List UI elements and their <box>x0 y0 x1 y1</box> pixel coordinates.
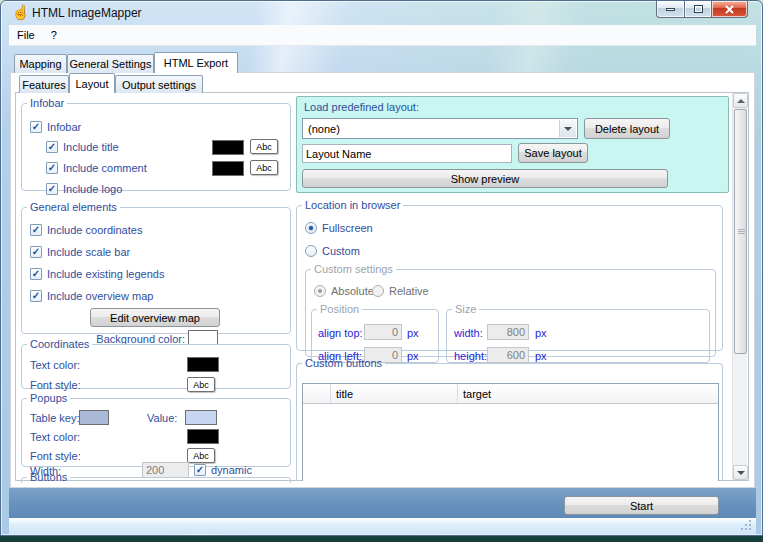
menu-help[interactable]: ? <box>43 25 65 46</box>
include-existing-legends-checkbox[interactable]: ✓ Include existing legends <box>30 268 164 280</box>
custom-buttons-table: title target <box>302 383 719 481</box>
check-icon: ✓ <box>46 162 58 174</box>
general-elements-group-title: General elements <box>27 201 120 213</box>
fullscreen-radio[interactable]: Fullscreen <box>305 222 373 234</box>
absolute-radio-label: Absolute <box>331 285 374 297</box>
scroll-down-button[interactable] <box>733 465 748 480</box>
value-color-swatch[interactable] <box>185 410 217 425</box>
window-title: HTML ImageMapper <box>32 6 142 20</box>
popups-font-button[interactable]: Abc <box>187 448 215 463</box>
coordinates-font-style-label: Font style: <box>30 379 81 391</box>
tab-general-settings-label: General Settings <box>70 58 152 70</box>
row-selector-column-header[interactable] <box>303 384 331 403</box>
fullscreen-radio-label: Fullscreen <box>322 222 373 234</box>
custom-radio[interactable]: Custom <box>305 245 360 257</box>
tab-mapping[interactable]: Mapping <box>14 54 67 73</box>
infobar-checkbox[interactable]: ✓ Infobar <box>30 121 81 133</box>
tab-layout[interactable]: Layout <box>69 73 115 93</box>
save-layout-button-label: Save layout <box>524 147 581 159</box>
layout-select-value: (none) <box>308 123 340 135</box>
include-scale-bar-checkbox[interactable]: ✓ Include scale bar <box>30 246 130 258</box>
title-color-swatch[interactable] <box>212 140 244 155</box>
title-column-header-label: title <box>336 388 353 400</box>
title-column-header[interactable]: title <box>331 384 458 403</box>
edit-overview-map-button[interactable]: Edit overview map <box>90 308 220 327</box>
layout-name-input[interactable]: Layout Name <box>302 144 512 163</box>
comment-color-swatch[interactable] <box>212 161 244 176</box>
check-icon: ✓ <box>30 246 42 258</box>
tab-layout-label: Layout <box>75 78 108 90</box>
title-font-button-label: Abc <box>256 142 272 152</box>
popups-group-title: Popups <box>27 392 70 404</box>
minimize-button[interactable] <box>656 1 685 18</box>
include-coordinates-checkbox[interactable]: ✓ Include coordinates <box>30 224 142 236</box>
location-in-browser-group-title: Location in browser <box>302 199 403 211</box>
align-top-unit-label: px <box>407 327 419 339</box>
scrollbar-thumb[interactable] <box>734 109 747 354</box>
menu-file[interactable]: File <box>9 25 43 46</box>
value-label: Value: <box>147 412 177 424</box>
show-preview-button-label: Show preview <box>451 173 519 185</box>
align-top-input[interactable]: 0 <box>364 324 402 340</box>
vertical-scrollbar[interactable] <box>732 93 747 480</box>
tab-general-settings[interactable]: General Settings <box>67 54 154 73</box>
delete-layout-button[interactable]: Delete layout <box>584 118 670 139</box>
start-button[interactable]: Start <box>564 496 719 515</box>
position-group-title: Position <box>317 303 362 315</box>
arrow-down-icon <box>737 471 745 475</box>
close-icon <box>725 5 734 14</box>
width-label: width: <box>454 327 483 339</box>
layout-select[interactable]: (none) <box>302 118 578 139</box>
maximize-icon <box>694 5 703 13</box>
edit-overview-map-button-label: Edit overview map <box>110 312 200 324</box>
save-layout-button[interactable]: Save layout <box>518 143 588 163</box>
target-column-header[interactable]: target <box>458 384 718 403</box>
coordinates-text-color-label: Text color: <box>30 359 80 371</box>
width-input[interactable]: 800 <box>487 324 529 340</box>
app-hand-icon: ☝ <box>12 4 29 20</box>
width-unit-label: px <box>535 327 547 339</box>
comment-font-button-label: Abc <box>256 163 272 173</box>
custom-settings-group: Custom settings Absolute Relative Positi… <box>305 263 716 357</box>
coordinates-group: Coordinates Text color: Font style: Abc <box>21 338 291 389</box>
tab-html-export[interactable]: HTML Export <box>154 52 238 73</box>
coordinates-font-button[interactable]: Abc <box>187 377 215 392</box>
start-button-label: Start <box>630 500 653 512</box>
size-group: Size width: 800 px height: 600 px <box>446 303 710 363</box>
tab-mapping-label: Mapping <box>19 58 61 70</box>
layout-name-value: Layout Name <box>306 148 371 160</box>
popups-text-color-swatch[interactable] <box>187 429 219 444</box>
title-bar[interactable]: ☝ HTML ImageMapper <box>1 1 762 24</box>
include-scale-bar-checkbox-label: Include scale bar <box>47 246 130 258</box>
tab-html-export-label: HTML Export <box>164 57 228 69</box>
include-comment-checkbox[interactable]: ✓ Include comment <box>46 162 147 174</box>
check-icon: ✓ <box>30 290 42 302</box>
table-header-row: title target <box>303 384 718 404</box>
relative-radio[interactable]: Relative <box>372 285 429 297</box>
include-logo-checkbox[interactable]: ✓ Include logo <box>46 183 122 195</box>
dropdown-zone[interactable] <box>559 120 576 137</box>
tab-output-settings[interactable]: Output settings <box>115 75 203 93</box>
custom-buttons-group-title: Custom buttons <box>302 357 385 369</box>
popups-font-style-label: Font style: <box>30 450 81 462</box>
tab-output-settings-label: Output settings <box>122 79 196 91</box>
radio-icon <box>372 285 384 297</box>
general-elements-group: General elements ✓ Include coordinates ✓… <box>21 201 291 334</box>
radio-icon <box>305 245 317 257</box>
tab-features[interactable]: Features <box>19 75 69 93</box>
coordinates-text-color-swatch[interactable] <box>187 357 219 372</box>
include-title-checkbox[interactable]: ✓ Include title <box>46 141 119 153</box>
maximize-button[interactable] <box>685 1 712 18</box>
include-title-checkbox-label: Include title <box>63 141 119 153</box>
load-predefined-layout-label: Load predefined layout: <box>304 101 419 113</box>
comment-font-button[interactable]: Abc <box>250 160 278 175</box>
table-key-color-swatch[interactable] <box>79 410 109 425</box>
show-preview-button[interactable]: Show preview <box>302 169 668 188</box>
include-overview-map-checkbox[interactable]: ✓ Include overview map <box>30 290 153 302</box>
align-top-label: align top: <box>318 327 363 339</box>
absolute-radio[interactable]: Absolute <box>314 285 374 297</box>
title-font-button[interactable]: Abc <box>250 139 278 154</box>
resize-grip-icon[interactable] <box>741 528 743 530</box>
scroll-up-button[interactable] <box>733 93 748 108</box>
close-button[interactable] <box>712 1 748 18</box>
